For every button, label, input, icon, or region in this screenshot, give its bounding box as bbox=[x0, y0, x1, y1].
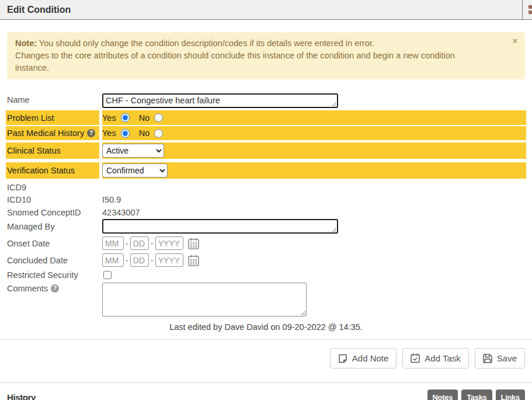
problem-list-yes-radio[interactable] bbox=[121, 113, 130, 122]
divider bbox=[0, 339, 532, 340]
managed-by-input[interactable] bbox=[102, 219, 338, 234]
clinical-status-row: Clinical Status Active bbox=[6, 142, 526, 159]
concluded-date-row: Concluded Date - - bbox=[6, 253, 526, 267]
help-icon[interactable]: ? bbox=[87, 129, 95, 137]
verification-status-select[interactable]: Confirmed bbox=[102, 164, 168, 178]
note-line3: instance. bbox=[15, 63, 49, 72]
icd10-row: ICD10 I50.9 bbox=[6, 194, 526, 206]
notes-button[interactable]: Notes bbox=[427, 389, 458, 400]
history-title: History bbox=[7, 392, 36, 400]
note-label: Note: bbox=[15, 39, 37, 48]
concluded-date-label: Concluded Date bbox=[7, 256, 68, 265]
calendar-icon[interactable] bbox=[188, 255, 199, 266]
tasks-button[interactable]: Tasks bbox=[461, 389, 492, 400]
divider bbox=[0, 382, 532, 383]
save-label: Save bbox=[497, 353, 517, 363]
date-separator: - bbox=[126, 239, 128, 248]
concluded-day-input[interactable] bbox=[130, 253, 149, 267]
icd9-row: ICD9 bbox=[6, 182, 526, 193]
clinical-status-label: Clinical Status bbox=[7, 146, 61, 155]
onset-month-input[interactable] bbox=[102, 236, 124, 250]
clinical-status-select[interactable]: Active bbox=[102, 144, 164, 158]
restricted-security-label: Restricted Security bbox=[7, 270, 78, 280]
menu-icon bbox=[528, 5, 532, 9]
menu-icon bbox=[528, 11, 532, 14]
onset-day-input[interactable] bbox=[130, 236, 149, 250]
snomed-value: 42343007 bbox=[102, 208, 140, 217]
pmh-no-label: No bbox=[139, 128, 150, 138]
onset-date-label: Onset Date bbox=[7, 239, 50, 248]
note-line2: Changes to the core attributes of a cond… bbox=[15, 51, 455, 60]
concluded-month-input[interactable] bbox=[102, 253, 124, 267]
help-icon[interactable]: ? bbox=[51, 284, 59, 293]
save-icon bbox=[483, 354, 492, 363]
comments-textarea[interactable] bbox=[102, 283, 307, 316]
links-button[interactable]: Links bbox=[496, 389, 525, 400]
add-note-button[interactable]: Add Note bbox=[330, 348, 397, 368]
date-separator: - bbox=[126, 256, 128, 265]
past-medical-history-label: Past Medical History bbox=[7, 128, 84, 138]
page-title: Edit Condition bbox=[0, 5, 71, 15]
header-side-panel[interactable] bbox=[522, 0, 532, 19]
save-button[interactable]: Save bbox=[475, 348, 525, 368]
onset-year-input[interactable] bbox=[155, 236, 183, 250]
calendar-icon[interactable] bbox=[188, 238, 199, 249]
add-task-button[interactable]: Add Task bbox=[402, 348, 468, 368]
problem-list-no-radio[interactable] bbox=[154, 113, 163, 122]
icd10-value: I50.9 bbox=[102, 195, 121, 204]
snomed-row: Snomed ConceptID 42343007 bbox=[6, 206, 526, 218]
name-label: Name bbox=[7, 95, 30, 105]
date-separator: - bbox=[151, 256, 154, 265]
pmh-yes-label: Yes bbox=[102, 128, 116, 138]
history-buttons: Notes Tasks Links bbox=[427, 389, 526, 400]
history-section: History Notes Tasks Links bbox=[7, 389, 525, 400]
comments-row: Comments ? bbox=[6, 283, 526, 316]
name-row: Name CHF - Congestive heart failure bbox=[6, 93, 526, 110]
icd9-label: ICD9 bbox=[7, 183, 26, 192]
problem-list-yes-label: Yes bbox=[102, 113, 116, 123]
task-calendar-icon bbox=[411, 353, 420, 363]
restricted-security-checkbox[interactable] bbox=[103, 271, 112, 279]
edit-condition-form: Name CHF - Congestive heart failure Prob… bbox=[0, 93, 532, 332]
onset-date-row: Onset Date - - bbox=[6, 236, 526, 251]
verification-status-row: Verification Status Confirmed bbox=[6, 162, 526, 179]
managed-by-label: Managed By bbox=[7, 222, 54, 231]
last-edited-text: Last edited by Dave David on 09-20-2022 … bbox=[0, 322, 532, 332]
pmh-no-radio[interactable] bbox=[154, 129, 163, 138]
name-input[interactable]: CHF - Congestive heart failure bbox=[102, 93, 338, 108]
add-task-label: Add Task bbox=[425, 353, 460, 363]
page-header: Edit Condition bbox=[0, 0, 532, 20]
pmh-yes-radio[interactable] bbox=[121, 129, 130, 138]
problem-list-label: Problem List bbox=[7, 113, 54, 123]
icd10-label: ICD10 bbox=[7, 195, 31, 204]
snomed-label: Snomed ConceptID bbox=[7, 208, 81, 217]
action-bar: Add Note Add Task Save bbox=[0, 348, 525, 368]
problem-list-no-label: No bbox=[139, 113, 150, 123]
comments-label: Comments bbox=[7, 284, 48, 293]
managed-by-row: Managed By bbox=[6, 219, 526, 234]
problem-list-row: Problem List Yes No bbox=[6, 110, 526, 125]
warning-note: Note: You should only change the conditi… bbox=[7, 32, 525, 79]
add-note-label: Add Note bbox=[352, 353, 389, 363]
verification-status-label: Verification Status bbox=[7, 166, 75, 175]
restricted-security-row: Restricted Security bbox=[6, 269, 526, 281]
date-separator: - bbox=[151, 239, 154, 248]
close-icon[interactable]: × bbox=[513, 37, 517, 45]
concluded-year-input[interactable] bbox=[155, 253, 183, 267]
note-line1: You should only change the condition des… bbox=[37, 39, 374, 48]
note-icon bbox=[338, 354, 347, 363]
past-medical-history-row: Past Medical History ? Yes No bbox=[6, 126, 526, 140]
